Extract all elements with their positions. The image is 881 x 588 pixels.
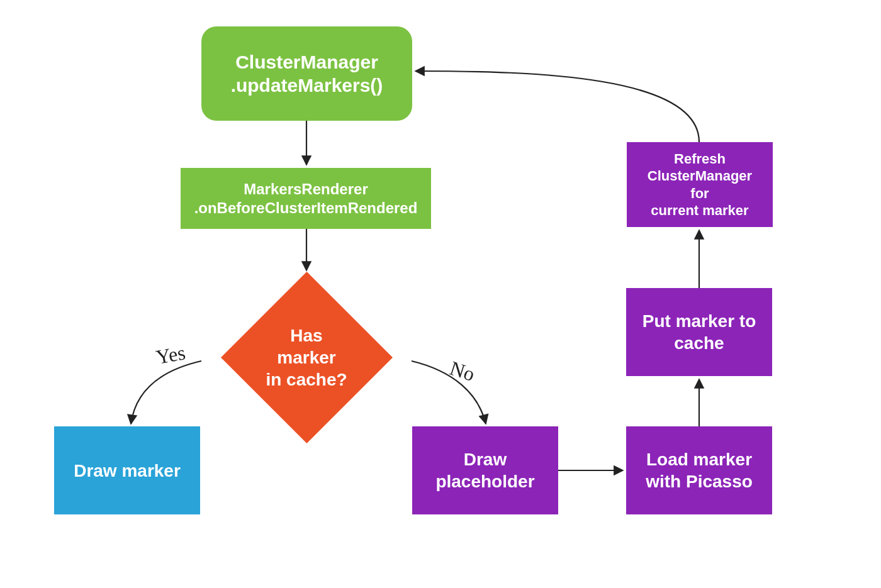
node-put-cache: Put marker to cache bbox=[626, 288, 772, 376]
node-text: Load marker bbox=[646, 448, 753, 470]
arrow-refresh-to-start bbox=[415, 71, 699, 142]
node-text: MarkersRenderer bbox=[194, 180, 418, 199]
arrow-decision-yes bbox=[131, 361, 201, 424]
node-text: ClusterManager for bbox=[638, 167, 761, 202]
edge-label-yes: Yes bbox=[154, 341, 187, 369]
node-text: placeholder bbox=[435, 470, 534, 492]
node-text: current marker bbox=[638, 202, 761, 219]
node-text: Has bbox=[266, 325, 347, 347]
node-draw-placeholder: Draw placeholder bbox=[412, 426, 558, 514]
edge-label-no: No bbox=[447, 357, 478, 386]
node-text: cache bbox=[643, 332, 756, 354]
node-text-wrap: Has marker in cache? bbox=[221, 272, 393, 443]
node-markers-renderer: MarkersRenderer .onBeforeClusterItemRend… bbox=[181, 168, 431, 229]
node-text: Draw marker bbox=[74, 460, 181, 482]
node-refresh-cluster-manager: Refresh ClusterManager for current marke… bbox=[627, 142, 773, 227]
node-draw-marker: Draw marker bbox=[54, 426, 200, 514]
node-text: .updateMarkers() bbox=[231, 74, 383, 97]
node-text: marker bbox=[266, 347, 347, 369]
node-text: with Picasso bbox=[646, 470, 753, 492]
node-text: Draw bbox=[435, 448, 534, 470]
node-load-picasso: Load marker with Picasso bbox=[626, 426, 772, 514]
node-text: ClusterManager bbox=[231, 50, 383, 74]
node-text: Put marker to bbox=[643, 310, 756, 332]
node-text: in cache? bbox=[266, 369, 347, 391]
node-text: .onBeforeClusterItemRendered bbox=[194, 199, 418, 218]
node-cluster-manager-update: ClusterManager .updateMarkers() bbox=[201, 26, 412, 121]
node-decision-has-marker-in-cache: Has marker in cache? bbox=[221, 272, 393, 443]
node-text: Refresh bbox=[638, 150, 761, 168]
